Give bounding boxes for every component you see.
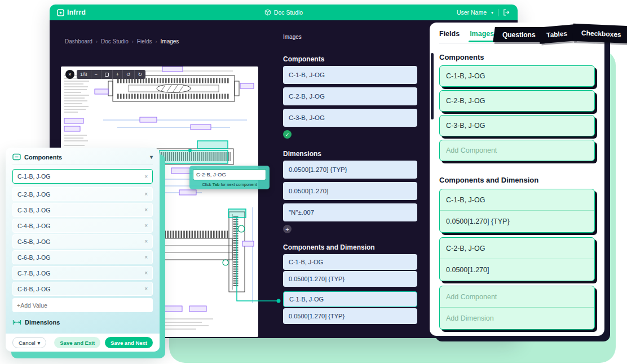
fullscreen-icon[interactable] [101,70,113,79]
component-value: C-2-B, J-OG [446,97,485,105]
component-value-row[interactable]: C-3-B, J-OG× [12,203,153,217]
dimension-value: 0.0500[1.270] [446,266,489,274]
component-value: C-8-B, J-OG [17,286,50,292]
page-indicator: 1/8 [77,70,91,79]
add-component-placeholder: Add Component [446,293,497,301]
field-value: C-1-B, J-OG [289,296,324,303]
add-dimension-row[interactable]: Add Dimension [440,308,594,329]
viewer-controls: 1/8 − + ↺ ↻ [77,70,145,79]
breadcrumb-dashboard[interactable]: Dashboard [65,38,92,45]
add-component-row[interactable]: Add Component [440,286,594,308]
component-row[interactable]: C-1-B, J-OG [440,189,594,211]
dimension-field[interactable]: 0.0500[1.270] {TYP} [283,271,417,287]
breadcrumb-fields[interactable]: Fields [137,38,152,45]
topbar-divider [498,9,498,16]
remove-icon[interactable]: × [141,270,148,276]
tab-images[interactable]: Images [470,30,494,42]
cube-icon [264,9,271,16]
components-list: C-1-B, J-OG C-2-B, J-OG C-3-B, J-OG Add … [439,65,595,161]
logout-icon[interactable] [503,9,510,16]
tab-fields[interactable]: Fields [439,30,460,42]
rotate-left-icon[interactable]: ↺ [123,70,135,79]
add-plus-icon[interactable]: + [283,225,292,233]
tab-tables[interactable]: Tables [538,24,575,43]
tab-questions[interactable]: Questions [493,27,545,42]
component-value: C-5-B, J-OG [17,238,50,245]
clear-icon[interactable]: × [141,174,148,180]
rotate-right-icon[interactable]: ↻ [135,70,146,79]
dimension-field[interactable]: "N"±.007 [283,203,417,221]
component-field[interactable]: C-3-B, J-OG [283,109,417,127]
components-editor-panel: Components ▾ × C-2-B, J-OG× C-3-B, J-OG×… [6,148,160,352]
user-menu-chevron-icon[interactable]: ▾ [491,10,493,15]
product-name: Doc Studio [274,9,303,16]
remove-icon[interactable]: × [141,286,148,292]
remove-icon[interactable]: × [141,254,148,260]
save-and-exit-button[interactable]: Save and Exit [54,337,100,348]
component-box[interactable]: C-2-B, J-OG [439,90,595,112]
component-box[interactable]: C-1-B, J-OG [439,65,595,87]
breadcrumb-separator-icon: › [156,39,157,45]
component-field[interactable]: C-1-B, J-OG [283,254,417,270]
review-panel: Fields Images Questions Tables Checkboxe… [430,23,604,336]
dimensions-section[interactable]: Dimensions [12,319,153,326]
screen: Infrrd Doc Studio User Name ▾ Dashboard … [0,0,627,364]
remove-icon[interactable]: × [141,238,148,245]
zoom-out-icon[interactable]: − [91,70,101,79]
active-component-input[interactable] [17,173,141,180]
remove-icon[interactable]: × [141,191,148,197]
component-field[interactable]: C-1-B, J-OG [283,66,417,84]
dimension-icon [12,319,21,325]
hint-prefix: Click [202,182,211,187]
component-value-row[interactable]: C-5-B, J-OG× [12,234,153,248]
save-and-next-button[interactable]: Save and Next [105,337,153,348]
field-value: 0.0500[1.270] [289,188,328,194]
editor-title: Components [24,154,62,161]
save-and-exit-label: Save and Exit [60,340,95,346]
next-component-input[interactable] [193,169,266,180]
chevron-down-icon: ▾ [38,340,41,346]
breadcrumb-separator-icon: › [132,39,134,45]
collapse-chevron-icon[interactable]: ▾ [150,154,153,160]
dimensions-label: Dimensions [283,150,417,158]
remove-icon[interactable]: × [141,223,148,229]
components-heading: Components [439,53,595,61]
dimension-row[interactable]: 0.0500[1.270] [440,259,594,281]
dimension-field[interactable]: 0.0500[1.270] [283,182,417,200]
user-name[interactable]: User Name [457,9,487,16]
tab-checkboxes[interactable]: Checkboxes [572,24,627,43]
zoom-in-icon[interactable]: + [113,70,123,79]
component-value-row[interactable]: C-7-B, J-OG× [12,266,153,280]
component-box[interactable]: C-3-B, J-OG [439,115,595,136]
component-field-highlighted[interactable]: C-1-B, J-OG [283,291,417,307]
top-bar: Infrrd Doc Studio User Name ▾ [50,5,518,20]
close-icon[interactable]: × [65,70,74,79]
tab-label: Questions [502,31,536,39]
editor-footer: Cancel ▾ Save and Exit Save and Next [6,334,160,352]
remove-icon[interactable]: × [141,207,148,213]
component-value-row[interactable]: C-6-B, J-OG× [12,250,153,264]
confirm-check-icon[interactable]: ✓ [283,130,292,139]
dimension-field[interactable]: 0.0500[1.270] {TYP} [283,308,417,324]
breadcrumb-images: Images [161,38,179,45]
product-title: Doc Studio [264,9,303,16]
component-value: C-1-B, J-OG [446,72,485,80]
scrollbar[interactable] [431,53,434,119]
component-value-row[interactable]: C-8-B, J-OG× [12,282,153,296]
dimension-field[interactable]: 0.0500[1.270] {TYP} [283,161,417,179]
components-and-dimension-label: Components and Dimension [283,243,417,251]
breadcrumb-doc-studio[interactable]: Doc Studio [101,38,129,45]
tab-label: Tables [546,29,567,39]
component-value-row[interactable]: C-4-B, J-OG× [12,219,153,233]
cancel-button[interactable]: Cancel ▾ [12,337,46,348]
component-row[interactable]: C-2-B, J-OG [440,238,594,259]
cancel-label: Cancel [19,340,36,346]
component-field[interactable]: C-2-B, J-OG [283,87,417,105]
add-value-input[interactable] [17,302,148,309]
dimension-row[interactable]: 0.0500[1.270] {TYP} [440,211,594,232]
field-value: C-2-B, J-OG [289,93,325,100]
add-component-box[interactable]: Add Component [439,140,595,161]
hint-suffix: for next component [221,182,257,187]
field-value: C-3-B, J-OG [289,114,325,121]
component-value-row[interactable]: C-2-B, J-OG× [12,187,153,201]
